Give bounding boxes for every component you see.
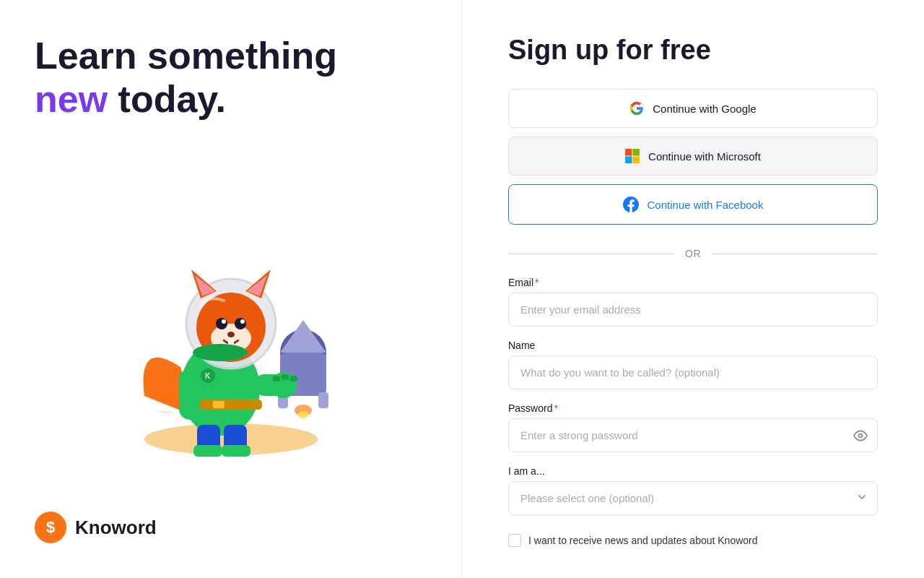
svg-point-21 xyxy=(222,319,226,324)
signup-title: Sign up for free xyxy=(508,35,878,66)
svg-rect-35 xyxy=(222,445,250,457)
logo: $ Knoword xyxy=(35,512,427,543)
svg-point-19 xyxy=(216,318,227,329)
svg-rect-6 xyxy=(318,392,328,408)
password-input-wrapper xyxy=(508,418,878,452)
svg-point-31 xyxy=(179,398,201,420)
google-icon xyxy=(629,101,644,116)
email-input[interactable] xyxy=(508,293,878,327)
right-panel: Sign up for free Continue with Google Co… xyxy=(462,0,924,578)
role-label: I am a... xyxy=(508,465,878,477)
svg-rect-42 xyxy=(633,149,640,156)
microsoft-signin-button[interactable]: Continue with Microsoft xyxy=(508,137,878,176)
or-text: OR xyxy=(685,248,701,259)
name-label: Name xyxy=(508,340,878,351)
svg-point-8 xyxy=(298,411,308,418)
role-select-wrapper: Please select one (optional) Student Tea… xyxy=(508,481,878,515)
newsletter-checkbox[interactable] xyxy=(508,534,521,547)
google-signin-button[interactable]: Continue with Google xyxy=(508,89,878,128)
name-input-wrapper xyxy=(508,355,878,389)
left-panel: Learn something new today. xyxy=(0,0,462,578)
logo-wordmark: Knoword xyxy=(75,517,157,539)
svg-rect-44 xyxy=(633,156,640,163)
divider-line-left xyxy=(508,254,674,254)
name-field-group: Name xyxy=(508,340,878,389)
svg-point-36 xyxy=(193,344,248,361)
divider-line-right xyxy=(712,254,878,254)
mascot-svg: K xyxy=(79,179,383,468)
svg-point-22 xyxy=(240,319,245,324)
mascot-illustration: K xyxy=(35,136,427,512)
email-field-group: Email* xyxy=(508,277,878,327)
password-required-star: * xyxy=(554,402,557,414)
newsletter-label: I want to receive news and updates about… xyxy=(528,535,758,546)
password-field-group: Password* xyxy=(508,402,878,452)
eye-icon xyxy=(853,428,868,443)
svg-point-20 xyxy=(235,318,246,329)
svg-rect-43 xyxy=(625,156,632,163)
svg-point-23 xyxy=(227,332,235,337)
password-label: Password* xyxy=(508,402,878,414)
logo-icon: $ xyxy=(35,512,66,543)
role-field-group: I am a... Please select one (optional) S… xyxy=(508,465,878,515)
svg-rect-41 xyxy=(625,149,632,156)
email-label: Email* xyxy=(508,277,878,288)
svg-text:K: K xyxy=(205,372,211,380)
email-required-star: * xyxy=(535,277,539,288)
password-visibility-toggle[interactable] xyxy=(853,428,868,443)
facebook-icon xyxy=(623,197,639,212)
svg-rect-29 xyxy=(290,376,297,381)
svg-rect-34 xyxy=(193,445,222,457)
svg-rect-11 xyxy=(213,401,225,408)
svg-rect-24 xyxy=(228,340,234,345)
password-input[interactable] xyxy=(508,418,878,452)
svg-point-45 xyxy=(859,434,863,437)
svg-text:$: $ xyxy=(46,518,55,536)
name-input[interactable] xyxy=(508,355,878,389)
or-divider: OR xyxy=(508,248,878,259)
newsletter-row: I want to receive news and updates about… xyxy=(508,534,878,547)
email-input-wrapper xyxy=(508,293,878,327)
svg-rect-28 xyxy=(282,374,289,380)
role-select[interactable]: Please select one (optional) Student Tea… xyxy=(508,481,878,515)
facebook-signin-button[interactable]: Continue with Facebook xyxy=(508,184,878,225)
headline: Learn something new today. xyxy=(35,35,427,121)
svg-rect-27 xyxy=(273,376,280,381)
microsoft-icon xyxy=(625,149,640,163)
hero-text: Learn something new today. xyxy=(35,35,427,121)
